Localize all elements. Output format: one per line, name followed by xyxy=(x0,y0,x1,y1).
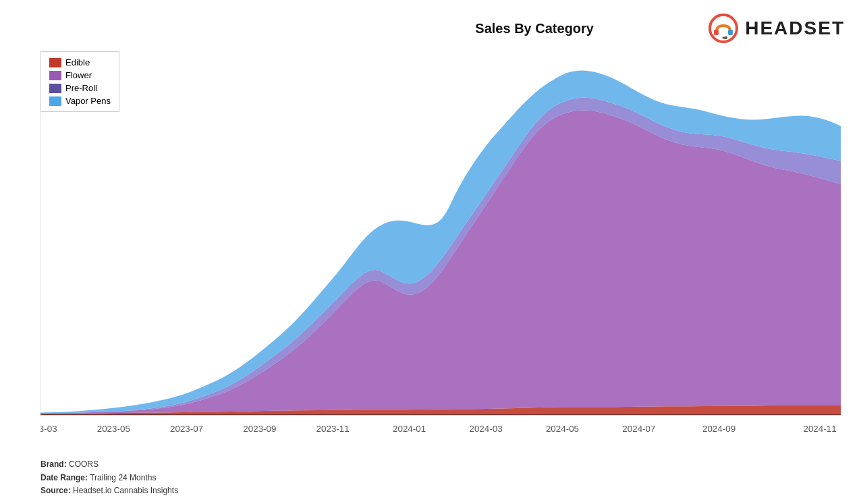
page-container: Sales By Category HEADSET Edible F xyxy=(0,0,861,504)
svg-text:2024-01: 2024-01 xyxy=(393,424,426,434)
svg-text:2023-11: 2023-11 xyxy=(316,424,350,434)
legend-item-vapor: Vapor Pens xyxy=(49,96,111,106)
stacked-area-chart: 2023-03 2023-05 2023-07 2023-09 2023-11 … xyxy=(40,51,841,443)
preroll-label: Pre-Roll xyxy=(65,83,97,93)
legend: Edible Flower Pre-Roll Vapor Pens xyxy=(40,51,119,112)
date-range-value: Trailing 24 Months xyxy=(90,473,156,482)
chart-area: Edible Flower Pre-Roll Vapor Pens xyxy=(40,51,841,443)
headset-logo-icon xyxy=(707,12,740,45)
legend-item-preroll: Pre-Roll xyxy=(49,83,111,93)
svg-text:2023-05: 2023-05 xyxy=(97,424,130,434)
svg-point-4 xyxy=(725,36,727,39)
vapor-label: Vapor Pens xyxy=(65,96,111,106)
svg-rect-1 xyxy=(714,30,719,35)
header: Sales By Category HEADSET xyxy=(0,0,861,45)
flower-label: Flower xyxy=(65,70,92,80)
svg-text:2023-09: 2023-09 xyxy=(243,424,276,434)
footer-source: Source: Headset.io Cannabis Insights xyxy=(40,484,178,497)
svg-rect-2 xyxy=(728,30,733,35)
footer: Brand: COORS Date Range: Trailing 24 Mon… xyxy=(40,458,178,497)
svg-text:2024-11: 2024-11 xyxy=(803,424,836,434)
svg-text:2024-05: 2024-05 xyxy=(546,424,579,434)
svg-text:2024-09: 2024-09 xyxy=(702,424,735,434)
flower-swatch xyxy=(49,71,61,80)
svg-text:2023-07: 2023-07 xyxy=(170,424,203,434)
footer-brand: Brand: COORS xyxy=(40,458,178,471)
edible-label: Edible xyxy=(65,57,90,67)
source-value: Headset.io Cannabis Insights xyxy=(73,486,178,495)
chart-title: Sales By Category xyxy=(362,21,707,36)
svg-text:2024-07: 2024-07 xyxy=(622,424,655,434)
logo-area: HEADSET xyxy=(707,12,845,45)
date-range-label: Date Range: xyxy=(40,473,88,482)
svg-text:2024-03: 2024-03 xyxy=(469,424,502,434)
preroll-swatch xyxy=(49,84,61,93)
edible-swatch xyxy=(49,58,61,67)
legend-item-flower: Flower xyxy=(49,70,111,80)
legend-item-edible: Edible xyxy=(49,57,111,67)
logo-text: HEADSET xyxy=(745,18,845,39)
brand-value: COORS xyxy=(69,459,99,469)
source-label: Source: xyxy=(40,486,71,495)
brand-label: Brand: xyxy=(40,459,67,469)
svg-text:2023-03: 2023-03 xyxy=(40,424,57,434)
footer-date-range: Date Range: Trailing 24 Months xyxy=(40,472,178,484)
vapor-swatch xyxy=(49,96,61,106)
